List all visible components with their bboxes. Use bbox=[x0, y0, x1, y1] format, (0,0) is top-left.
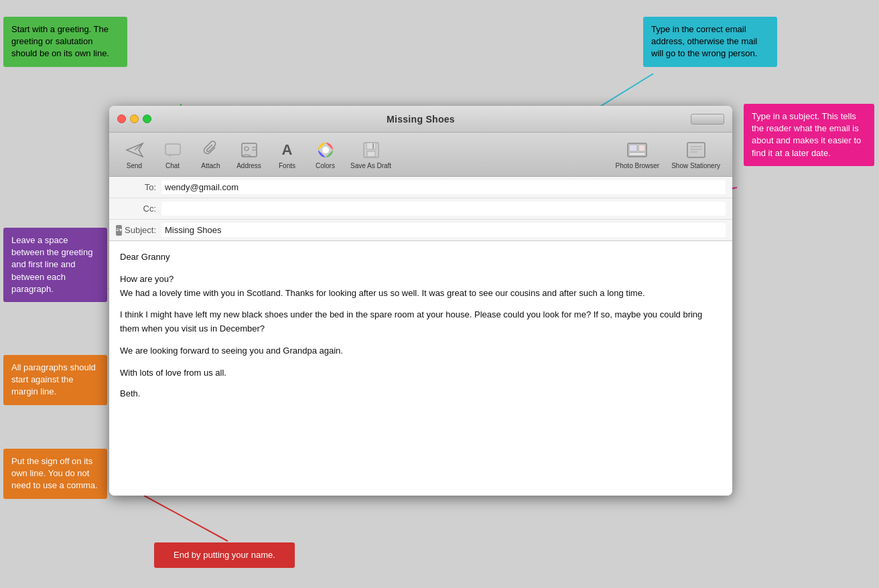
annotation-subject: Type in a subject. This tells the reader… bbox=[744, 104, 874, 166]
fonts-label: Fonts bbox=[279, 162, 295, 169]
annotation-spacing: Leave a space between the greeting and f… bbox=[3, 228, 107, 302]
chat-button[interactable]: Chat bbox=[154, 137, 191, 172]
annotation-paragraphs: All paragraphs should start against the … bbox=[3, 355, 107, 405]
svg-line-5 bbox=[144, 496, 228, 541]
to-field-row: To: bbox=[109, 177, 732, 198]
svg-rect-8 bbox=[165, 144, 180, 155]
subject-field-row: ≡▾ Subject: bbox=[109, 220, 732, 240]
attach-button[interactable]: Attach bbox=[192, 137, 229, 172]
email-body-container: Dear Granny How are you? We had a lovely… bbox=[109, 241, 732, 496]
email-para3: We are looking forward to seeing you and… bbox=[120, 344, 722, 358]
svg-rect-17 bbox=[366, 143, 376, 149]
show-stationery-label: Show Stationery bbox=[671, 162, 720, 169]
to-input[interactable] bbox=[161, 180, 726, 194]
subject-input[interactable] bbox=[161, 223, 726, 237]
svg-rect-21 bbox=[629, 145, 637, 151]
send-icon bbox=[124, 139, 145, 161]
colors-label: Colors bbox=[316, 162, 335, 169]
email-window: Missing Shoes Send Chat bbox=[109, 106, 732, 496]
email-para2: I think I might have left my new black s… bbox=[120, 308, 722, 336]
to-label: To: bbox=[116, 182, 156, 192]
attach-icon bbox=[200, 139, 222, 161]
window-title: Missing Shoes bbox=[387, 114, 455, 125]
header-fields: To: Cc: ≡▾ Subject: bbox=[109, 177, 732, 241]
svg-point-11 bbox=[245, 147, 249, 151]
svg-rect-24 bbox=[687, 143, 705, 157]
fonts-icon: A bbox=[277, 139, 298, 161]
toolbar: Send Chat Attach bbox=[109, 133, 732, 177]
show-stationery-button[interactable]: Show Stationery bbox=[666, 137, 726, 172]
email-para1-line2: We had a lovely time with you in Scotlan… bbox=[120, 287, 722, 301]
annotation-name: End by putting your name. bbox=[154, 542, 295, 568]
traffic-light-yellow[interactable] bbox=[130, 115, 139, 123]
annotation-email-address: Type in the correct email address, other… bbox=[643, 17, 777, 67]
email-para1: How are you? We had a lovely time with y… bbox=[120, 273, 722, 301]
send-label: Send bbox=[127, 162, 142, 169]
title-bar: Missing Shoes bbox=[109, 106, 732, 133]
annotation-greeting: Start with a greeting. The greeting or s… bbox=[3, 17, 127, 67]
email-para1-line1: How are you? bbox=[120, 273, 722, 287]
show-stationery-icon bbox=[685, 139, 707, 161]
send-button[interactable]: Send bbox=[116, 137, 153, 172]
chat-label: Chat bbox=[165, 162, 180, 169]
cc-field-row: Cc: bbox=[109, 198, 732, 220]
photo-browser-icon bbox=[626, 139, 648, 161]
email-name: Beth. bbox=[120, 387, 722, 401]
window-resize-button[interactable] bbox=[691, 114, 724, 125]
photo-browser-button[interactable]: Photo Browser bbox=[610, 137, 665, 172]
svg-rect-23 bbox=[629, 153, 645, 155]
cc-input[interactable] bbox=[161, 202, 726, 216]
address-icon bbox=[239, 139, 260, 161]
address-button[interactable]: Address bbox=[230, 137, 267, 172]
save-as-draft-button[interactable]: Save As Draft bbox=[345, 137, 397, 172]
colors-icon bbox=[315, 139, 336, 161]
fonts-button[interactable]: A Fonts bbox=[269, 137, 306, 172]
chat-icon bbox=[162, 139, 184, 161]
save-as-draft-label: Save As Draft bbox=[350, 162, 391, 169]
save-as-draft-icon bbox=[360, 139, 382, 161]
traffic-light-green[interactable] bbox=[143, 115, 151, 123]
svg-rect-22 bbox=[638, 145, 645, 151]
attach-label: Attach bbox=[201, 162, 220, 169]
email-body[interactable]: Dear Granny How are you? We had a lovely… bbox=[109, 241, 732, 496]
photo-browser-label: Photo Browser bbox=[616, 162, 660, 169]
annotation-signoff: Put the sign off on its own line. You do… bbox=[3, 449, 107, 499]
cc-label: Cc: bbox=[116, 204, 156, 214]
svg-point-15 bbox=[322, 147, 329, 153]
address-label: Address bbox=[236, 162, 261, 169]
email-greeting: Dear Granny bbox=[120, 250, 722, 265]
email-signoff: With lots of love from us all. bbox=[120, 366, 722, 380]
colors-button[interactable]: Colors bbox=[307, 137, 344, 172]
subject-format-icon[interactable]: ≡▾ bbox=[116, 225, 122, 236]
traffic-light-red[interactable] bbox=[117, 115, 126, 123]
traffic-lights bbox=[117, 115, 151, 123]
subject-label: Subject: bbox=[125, 225, 156, 235]
svg-rect-18 bbox=[367, 151, 375, 157]
